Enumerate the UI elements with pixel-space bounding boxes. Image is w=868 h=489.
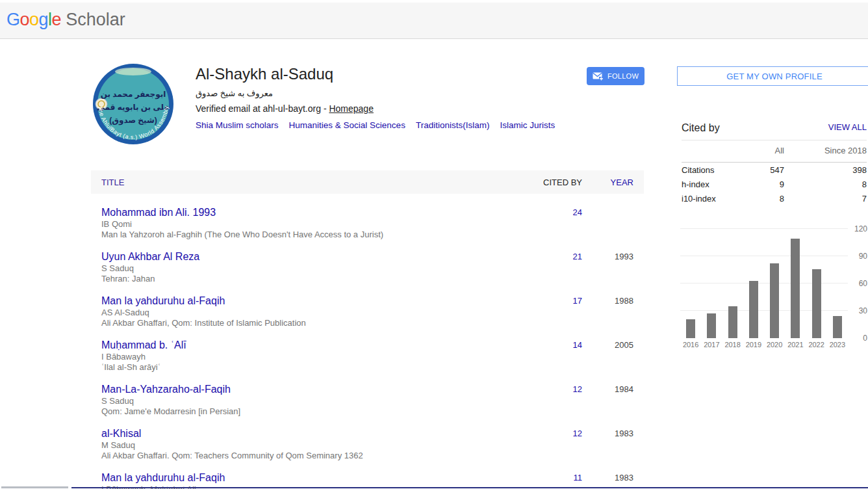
- get-my-own-profile-button[interactable]: GET MY OWN PROFILE: [677, 66, 868, 86]
- publication-row: Man la yahduruhu al-FaqihAS Al-SaduqAli …: [91, 282, 644, 326]
- publication-title-link[interactable]: Man-La-Yahzaraho-al-Faqih: [101, 383, 231, 395]
- chart-xtick-label: 2021: [785, 341, 806, 349]
- cited-by-header: Cited by VIEW ALL: [682, 122, 867, 140]
- chart-bar[interactable]: [707, 313, 716, 338]
- publication-year: 1993: [582, 250, 633, 263]
- chart-bar[interactable]: [791, 239, 800, 338]
- chart-bar[interactable]: [812, 269, 821, 338]
- publication-venue: Ali Akbar Ghaffari. Qom: Teachers Commun…: [101, 451, 511, 460]
- bottom-scrollbar-fragment[interactable]: [1, 486, 68, 488]
- interest-tag[interactable]: Shia Muslim scholars: [196, 120, 279, 130]
- stat-value-all: 547: [753, 163, 784, 177]
- publication-main: Man la yahduruhu al-FaqihAS Al-SaduqAli …: [101, 295, 511, 328]
- google-logo-google: Google: [6, 10, 61, 30]
- publication-title-link[interactable]: Man la yahduruhu al-Faqih: [101, 471, 225, 484]
- top-header: Google Scholar: [0, 3, 868, 39]
- citation-stats-header: All Since 2018: [682, 144, 867, 163]
- chart-gridline: [680, 283, 848, 284]
- publication-title-link[interactable]: Man la yahduruhu al-Faqih: [101, 295, 225, 307]
- google-logo-scholar: Scholar: [66, 10, 125, 30]
- chart-xtick-label: 2019: [743, 341, 764, 349]
- publication-venue: Qom: Jame'e Modarresin [in Persian]: [101, 406, 511, 416]
- chart-ytick-label: 30: [850, 306, 867, 315]
- citation-stats-body: Citations547398h-index98i10-index87: [682, 163, 867, 205]
- cited-by-count-link[interactable]: 12: [573, 384, 582, 394]
- publication-venue: Man la Yahzoroh al-Faghih (The One Who D…: [101, 230, 511, 239]
- publication-authors: AS Al-Saduq: [101, 308, 511, 317]
- stat-value-all: 8: [753, 192, 784, 205]
- publication-main: Man-La-Yahzaraho-al-FaqihS SaduqQom: Jam…: [101, 383, 511, 416]
- publication-main: Uyun Akhbar Al RezaS SaduqTehran: Jahan: [101, 250, 511, 284]
- chart-xtick-label: 2018: [722, 341, 743, 349]
- stat-label: Citations: [682, 163, 753, 177]
- cited-by-count-link[interactable]: 21: [573, 252, 582, 261]
- chart-bar[interactable]: [833, 316, 842, 338]
- chart-bar[interactable]: [770, 263, 779, 338]
- sort-by-title-header[interactable]: TITLE: [101, 178, 511, 187]
- interest-tag[interactable]: Traditionists(Islam): [416, 120, 490, 130]
- publications-table: TITLE CITED BY YEAR Mohammad ibn Ali. 19…: [91, 170, 644, 489]
- chart-bar[interactable]: [749, 281, 758, 338]
- chart-bar[interactable]: [728, 306, 737, 338]
- publication-row: al-KhisalM SaduqAli Akbar Ghaffari. Qom:…: [91, 415, 644, 459]
- stats-col-since: Since 2018: [784, 144, 867, 163]
- avatar-arabic-line2: علی بن بابویه قمی: [97, 103, 169, 112]
- publication-year: 1983: [582, 427, 633, 440]
- stat-label: h-index: [682, 178, 753, 191]
- follow-button[interactable]: FOLLOW: [587, 67, 645, 85]
- publication-main: Mohammad ibn Ali. 1993IB QomiMan la Yahz…: [101, 206, 511, 239]
- chart-bar[interactable]: [686, 319, 695, 338]
- google-scholar-logo[interactable]: Google Scholar: [6, 10, 125, 30]
- interest-tag[interactable]: Islamic Jurists: [500, 120, 555, 130]
- follow-button-label: FOLLOW: [607, 72, 639, 80]
- profile-info: Al-Shaykh al-Saduq معروف به شیخ صدوق Ver…: [196, 65, 579, 130]
- publication-main: Man la yahduruhu al-FaqihI Bābawayh, Mak…: [101, 471, 511, 489]
- profile-avatar: ابوجعفر محمد بن علی بن بابویه قمی (شیخ ص…: [92, 63, 174, 145]
- publication-row: Man la yahduruhu al-FaqihI Bābawayh, Mak…: [91, 459, 644, 489]
- scholar-profile-page: Google Scholar ابوجعفر محمد بن علی بن با…: [0, 0, 868, 489]
- profile-subtitle-arabic: معروف به شیخ صدوق: [196, 88, 579, 98]
- chart-gridline: [680, 228, 848, 229]
- interest-tags: Shia Muslim scholarsHumanities & Social …: [196, 120, 579, 130]
- sort-by-cited-header[interactable]: CITED BY: [511, 178, 582, 187]
- publication-title-link[interactable]: al-Khisal: [101, 427, 141, 440]
- publication-row: Man-La-Yahzaraho-al-FaqihS SaduqQom: Jam…: [91, 371, 644, 415]
- profile-name: Al-Shaykh al-Saduq: [196, 65, 579, 83]
- chart-xtick-label: 2017: [701, 341, 722, 349]
- cited-by-count-link[interactable]: 24: [573, 207, 582, 217]
- chart-xtick-label: 2020: [764, 341, 785, 349]
- publications-table-header: TITLE CITED BY YEAR: [91, 170, 644, 194]
- publication-venue: Ali Akbar Ghaffari, Qom: Institute of Is…: [101, 318, 511, 328]
- avatar-arabic-line3: (شیخ صدوق): [109, 116, 157, 126]
- cited-by-count-link[interactable]: 11: [574, 473, 583, 482]
- avatar-arabic-line1: ابوجعفر محمد بن: [101, 90, 166, 99]
- cited-by-count-link[interactable]: 17: [573, 296, 582, 306]
- publication-title-link[interactable]: Uyun Akhbar Al Reza: [101, 250, 199, 263]
- publication-main: al-KhisalM SaduqAli Akbar Ghaffari. Qom:…: [101, 427, 511, 460]
- publication-row: Uyun Akhbar Al RezaS SaduqTehran: Jahan2…: [91, 238, 644, 282]
- stat-value-since: 7: [784, 192, 867, 205]
- publication-authors: S Saduq: [101, 396, 511, 406]
- publication-title-link[interactable]: Muḥammad b. ʿAlī: [101, 339, 186, 351]
- chart-xtick-label: 2023: [827, 341, 848, 349]
- cited-by-count-link[interactable]: 14: [573, 340, 582, 350]
- chart-xtick-label: 2022: [806, 341, 827, 349]
- get-my-own-profile-label: GET MY OWN PROFILE: [726, 72, 823, 81]
- homepage-link[interactable]: Homepage: [329, 103, 374, 114]
- publication-row: Mohammad ibn Ali. 1993IB QomiMan la Yahz…: [91, 194, 644, 238]
- publication-year: 1984: [582, 383, 633, 395]
- publication-title-link[interactable]: Mohammad ibn Ali. 1993: [101, 206, 216, 218]
- chart-ytick-label: 60: [850, 279, 867, 288]
- publication-year: 1988: [582, 295, 633, 307]
- cited-by-count-link[interactable]: 12: [573, 429, 582, 438]
- publication-year: 2005: [582, 339, 633, 351]
- chart-gridline: [680, 256, 848, 256]
- citation-stats-table: All Since 2018 Citations547398h-index98i…: [682, 144, 867, 205]
- chart-ytick-label: 0: [850, 334, 867, 343]
- sort-by-year-header[interactable]: YEAR: [582, 178, 633, 187]
- interest-tag[interactable]: Humanities & Social Sciences: [289, 120, 405, 130]
- view-all-link[interactable]: VIEW ALL: [828, 122, 867, 132]
- chart-ytick-label: 90: [850, 252, 867, 261]
- publication-authors: M Saduq: [101, 440, 511, 450]
- publication-venue: ʿIlal al-Sh arāyiʿ: [101, 362, 511, 372]
